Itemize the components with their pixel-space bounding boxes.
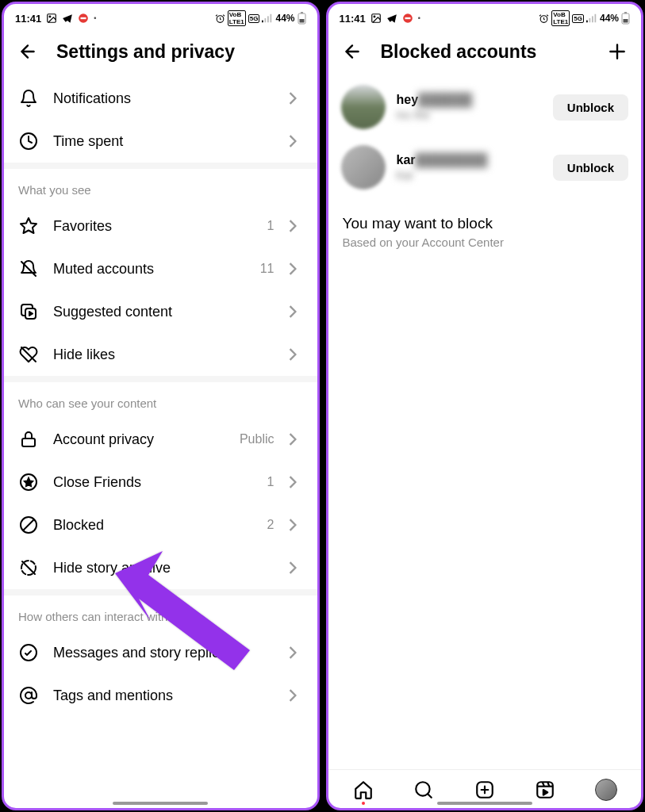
home-indicator bbox=[113, 802, 208, 805]
svg-marker-48 bbox=[543, 790, 547, 795]
battery-pct: 44% bbox=[600, 13, 619, 24]
blocked-notif-icon bbox=[402, 13, 413, 24]
blocked-account-row[interactable]: kar████████ Kar Unblock bbox=[328, 137, 642, 197]
mention-icon bbox=[18, 685, 39, 706]
suggested-icon bbox=[18, 301, 39, 322]
svg-rect-6 bbox=[265, 18, 267, 22]
row-suggested-content[interactable]: Suggested content bbox=[4, 290, 317, 333]
page-title: Blocked accounts bbox=[381, 41, 589, 63]
svg-rect-8 bbox=[271, 14, 272, 23]
signal-icon bbox=[586, 13, 597, 23]
suggest-subtitle: Based on your Account Center bbox=[328, 236, 642, 257]
nav-profile[interactable] bbox=[594, 778, 618, 802]
row-label: Hide story and live bbox=[53, 560, 275, 576]
svg-rect-5 bbox=[262, 21, 263, 23]
svg-rect-11 bbox=[299, 19, 304, 23]
row-account-privacy[interactable]: Account privacy Public bbox=[4, 418, 317, 461]
row-label: Suggested content bbox=[53, 304, 275, 320]
svg-marker-13 bbox=[21, 218, 36, 233]
row-value: Public bbox=[240, 432, 275, 446]
account-subtext: Kar bbox=[397, 169, 542, 182]
nav-reels[interactable] bbox=[533, 778, 557, 802]
back-button[interactable] bbox=[15, 39, 40, 64]
nav-home[interactable] bbox=[351, 778, 375, 802]
status-dot: • bbox=[418, 14, 420, 22]
row-value: 11 bbox=[260, 262, 275, 276]
svg-point-1 bbox=[49, 16, 51, 17]
image-icon bbox=[46, 13, 57, 24]
nav-search[interactable] bbox=[412, 778, 436, 802]
account-username: hey██████ bbox=[397, 93, 542, 107]
chevron-right-icon bbox=[289, 262, 303, 275]
block-icon bbox=[18, 515, 39, 535]
svg-rect-19 bbox=[22, 439, 35, 446]
heart-off-icon bbox=[18, 344, 39, 365]
section-header-interact: How others can interact with you bbox=[4, 596, 317, 631]
volte-badge: VoBLTE1 bbox=[228, 10, 246, 26]
volte-badge: VoBLTE1 bbox=[551, 10, 570, 26]
nav-notification-dot bbox=[362, 802, 365, 805]
chevron-right-icon bbox=[289, 92, 303, 105]
row-muted-accounts[interactable]: Muted accounts 11 bbox=[4, 247, 317, 290]
bell-off-icon bbox=[18, 259, 39, 279]
unblock-button[interactable]: Unblock bbox=[553, 94, 628, 121]
blocked-account-row[interactable]: hey██████ Inc the Unblock bbox=[328, 77, 642, 137]
row-time-spent[interactable]: Time spent bbox=[4, 120, 317, 163]
chevron-right-icon bbox=[289, 135, 303, 147]
svg-rect-7 bbox=[267, 16, 269, 22]
row-hide-story-live[interactable]: Hide story and live bbox=[4, 546, 317, 589]
chevron-right-icon bbox=[289, 220, 303, 232]
header-blocked: Blocked accounts bbox=[328, 29, 642, 77]
5g-badge: 5G bbox=[572, 14, 584, 23]
blocked-notif-icon bbox=[78, 13, 89, 24]
svg-rect-37 bbox=[594, 14, 596, 23]
star-icon bbox=[18, 216, 39, 236]
nav-create[interactable] bbox=[473, 778, 497, 802]
row-hide-likes[interactable]: Hide likes bbox=[4, 333, 317, 376]
bell-icon bbox=[18, 88, 39, 109]
svg-rect-39 bbox=[624, 12, 627, 13]
row-blocked[interactable]: Blocked 2 bbox=[4, 504, 317, 546]
section-divider bbox=[4, 163, 317, 169]
suggest-title: You may want to block bbox=[328, 197, 642, 236]
phone-left-settings: 11:41 • VoBLTE1 5G 44% Settings and priv… bbox=[2, 2, 320, 810]
signal-icon bbox=[262, 13, 273, 23]
row-label: Messages and story replies bbox=[53, 645, 275, 661]
avatar[interactable] bbox=[341, 145, 386, 190]
account-subtext: Inc the bbox=[397, 109, 542, 121]
telegram-icon bbox=[386, 13, 397, 24]
back-button[interactable] bbox=[340, 39, 365, 64]
row-label: Close Friends bbox=[53, 474, 253, 491]
battery-icon bbox=[298, 12, 306, 25]
svg-rect-44 bbox=[538, 782, 554, 798]
page-title: Settings and privacy bbox=[56, 41, 306, 63]
status-time: 11:41 bbox=[15, 13, 41, 25]
chevron-right-icon bbox=[289, 348, 303, 361]
row-tags-mentions[interactable]: Tags and mentions bbox=[4, 674, 317, 717]
svg-rect-32 bbox=[405, 17, 410, 19]
svg-point-27 bbox=[25, 692, 32, 699]
row-favorites[interactable]: Favorites 1 bbox=[4, 205, 317, 247]
alarm-icon bbox=[215, 13, 225, 24]
row-label: Muted accounts bbox=[53, 261, 246, 278]
telegram-icon bbox=[62, 13, 73, 24]
svg-line-42 bbox=[428, 794, 432, 797]
row-value: 2 bbox=[267, 518, 275, 532]
row-close-friends[interactable]: Close Friends 1 bbox=[4, 461, 317, 504]
avatar[interactable] bbox=[341, 85, 386, 129]
message-icon bbox=[18, 642, 39, 663]
row-notifications[interactable]: Notifications bbox=[4, 77, 317, 120]
add-button[interactable] bbox=[605, 39, 630, 64]
status-bar: 11:41 • VoBLTE1 5G 44% bbox=[4, 4, 317, 29]
row-label: Blocked bbox=[53, 517, 253, 534]
blocked-content[interactable]: hey██████ Inc the Unblock kar████████ Ka… bbox=[328, 77, 642, 808]
settings-content[interactable]: Notifications Time spent What you see Fa… bbox=[4, 77, 317, 808]
clock-icon bbox=[18, 131, 39, 151]
row-value: 1 bbox=[267, 219, 275, 233]
chevron-right-icon bbox=[289, 433, 303, 446]
row-messages-story-replies[interactable]: Messages and story replies bbox=[4, 631, 317, 674]
svg-rect-3 bbox=[81, 17, 86, 19]
unblock-button[interactable]: Unblock bbox=[553, 155, 628, 181]
phone-right-blocked: 11:41 • VoBLTE1 5G 44% Blocked accounts bbox=[326, 2, 644, 810]
5g-badge: 5G bbox=[248, 14, 260, 23]
